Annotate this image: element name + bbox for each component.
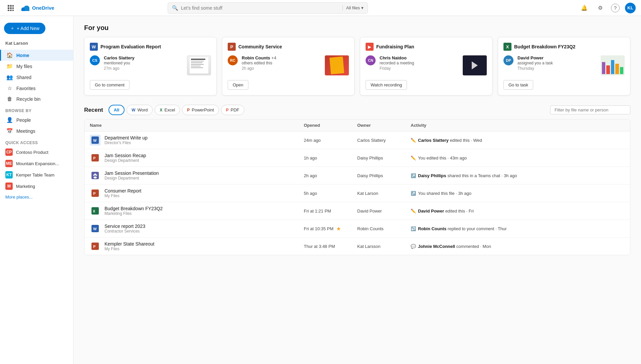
activity-cell: 💬 Johnie McConnell commented · Mon xyxy=(411,244,625,249)
excel-file-icon: X xyxy=(90,206,100,216)
more-places-link[interactable]: More places... xyxy=(0,192,73,202)
card-user: Carlos Slattery xyxy=(104,55,183,60)
word-file-icon: W xyxy=(90,223,100,234)
recent-tabs: All W Word X Excel P PowerPoint P PDF xyxy=(109,105,244,115)
sidebar-qa-mountain[interactable]: ME Mountain Expansion... xyxy=(0,158,73,169)
help-icon[interactable]: ? xyxy=(611,4,620,12)
table-row[interactable]: W Service report 2023 Contractor Service… xyxy=(84,220,630,238)
card-user: Robin Counts +4 xyxy=(242,55,321,60)
apps-launcher-icon[interactable] xyxy=(5,3,16,13)
browse-by-section-label: Browse by xyxy=(0,104,73,114)
card-thumbnail xyxy=(601,55,625,75)
card-budget: X Budget Breakdown FY23Q2 DP David Power… xyxy=(498,37,630,95)
file-name-cell: X Budget Breakdown FY23Q2 Marketing File… xyxy=(90,206,304,216)
ppt-file-icon: P xyxy=(90,188,100,199)
ppt-file-icon: P xyxy=(90,241,100,252)
opened-cell: Fri at 1:21 PM xyxy=(304,209,357,214)
svg-text:X: X xyxy=(93,209,95,213)
settings-icon[interactable]: ⚙ xyxy=(595,3,606,13)
sidebar-qa-contoso[interactable]: CP Contoso Product xyxy=(0,146,73,158)
card-desc: recorded a meeting xyxy=(380,61,459,65)
opened-cell: Thur at 3:48 PM xyxy=(304,244,357,249)
svg-rect-8 xyxy=(12,10,14,11)
svg-rect-1 xyxy=(10,5,12,7)
search-input[interactable] xyxy=(181,5,340,11)
table-row[interactable]: P Kempler State Shareout My Files Thur a… xyxy=(84,238,630,255)
sidebar-item-label: Meetings xyxy=(16,128,35,134)
pdf-tab-icon: P xyxy=(226,108,229,112)
file-info: Kempler State Shareout My Files xyxy=(104,241,154,251)
onedrive-logo: OneDrive xyxy=(20,3,60,13)
sidebar-item-people[interactable]: 👤 People xyxy=(0,114,73,125)
share-icon: ↗️ xyxy=(411,173,416,178)
file-info: Budget Breakdown FY23Q2 Marketing Files xyxy=(104,206,163,216)
recent-title: Recent xyxy=(84,107,103,113)
sidebar-qa-label: Kemper Table Team xyxy=(16,172,54,177)
sidebar-qa-kemper[interactable]: KT Kemper Table Team xyxy=(0,169,73,180)
table-row[interactable]: Jam Session Presentation Design Departme… xyxy=(84,167,630,185)
meetings-icon: 📅 xyxy=(6,128,13,134)
search-scope-selector[interactable]: All files ▾ xyxy=(343,5,364,10)
open-button[interactable]: Open xyxy=(228,80,248,90)
card-avatar: RC xyxy=(228,55,238,65)
word-app-icon: W xyxy=(90,43,98,51)
svg-point-17 xyxy=(93,176,97,178)
tab-pdf-label: PDF xyxy=(231,107,239,112)
file-info: Jam Session Recap Design Department xyxy=(104,153,146,163)
sidebar-qa-marketing[interactable]: M Marketing xyxy=(0,180,73,192)
watch-recording-button[interactable]: Watch recording xyxy=(366,80,407,90)
sidebar-item-home[interactable]: 🏠 Home xyxy=(0,50,73,61)
file-name-cell: Jam Session Presentation Design Departme… xyxy=(90,170,304,181)
tab-excel[interactable]: X Excel xyxy=(155,105,180,115)
sidebar-item-label: Home xyxy=(16,53,29,58)
svg-rect-7 xyxy=(10,10,12,11)
starred-icon: ★ xyxy=(336,226,341,232)
search-bar[interactable]: 🔍 All files ▾ xyxy=(168,2,368,14)
activity-cell: ✏️ David Power edited this · Fri xyxy=(411,209,625,214)
table-row[interactable]: P Consumer Report My Files 5h ago Kat La… xyxy=(84,185,630,202)
sidebar: ＋ + Add New Kat Larson 🏠 Home 📁 My files… xyxy=(0,16,73,364)
col-name: Name xyxy=(90,123,304,128)
tab-word[interactable]: W Word xyxy=(127,105,153,115)
sidebar-item-shared[interactable]: 👥 Shared xyxy=(0,72,73,83)
card-body: DP David Power assigned you a task Thurs… xyxy=(503,55,625,75)
sidebar-item-meetings[interactable]: 📅 Meetings xyxy=(0,125,73,136)
notification-icon[interactable]: 🔔 xyxy=(579,3,590,13)
main-content: For you W Program Evaluation Report CS C… xyxy=(73,16,641,364)
chevron-down-icon: ▾ xyxy=(361,5,364,10)
sidebar-item-label: People xyxy=(16,117,31,123)
table-row[interactable]: P Jam Session Recap Design Department 1h… xyxy=(84,149,630,167)
tab-powerpoint[interactable]: P PowerPoint xyxy=(182,105,219,115)
card-header: X Budget Breakdown FY23Q2 xyxy=(503,43,625,51)
file-name-cell: P Kempler State Shareout My Files xyxy=(90,241,304,252)
sidebar-item-my-files[interactable]: 📁 My files xyxy=(0,61,73,72)
card-title: Budget Breakdown FY23Q2 xyxy=(514,44,576,49)
sidebar-username: Kat Larson xyxy=(0,39,73,50)
card-time: Friday xyxy=(380,66,459,71)
sidebar-item-recycle-bin[interactable]: 🗑 Recycle bin xyxy=(0,94,73,104)
add-new-button[interactable]: ＋ + Add New xyxy=(4,23,45,34)
opened-cell: Fri at 10:35 PM ★ xyxy=(304,226,357,232)
owner-cell: Kat Larson xyxy=(357,191,411,196)
tab-all[interactable]: All xyxy=(109,105,125,115)
table-row[interactable]: W Department Write up Director's Files 2… xyxy=(84,131,630,149)
svg-rect-5 xyxy=(12,7,14,9)
svg-rect-0 xyxy=(8,5,9,7)
filter-input[interactable] xyxy=(550,105,630,114)
avatar[interactable]: KL xyxy=(625,3,636,13)
excel-tab-icon: X xyxy=(160,108,162,112)
tab-pdf[interactable]: P PDF xyxy=(221,105,244,115)
owner-cell: Daisy Phillips xyxy=(357,155,411,160)
sidebar-item-favorites[interactable]: ☆ Favorites xyxy=(0,83,73,94)
table-row[interactable]: X Budget Breakdown FY23Q2 Marketing File… xyxy=(84,202,630,220)
col-owner: Owner xyxy=(357,123,411,128)
card-time: Thursday xyxy=(517,66,597,71)
owner-cell: Robin Counts xyxy=(357,226,411,231)
file-name-cell: P Consumer Report My Files xyxy=(90,188,304,199)
people-icon: 👤 xyxy=(6,117,13,123)
go-to-comment-button[interactable]: Go to comment xyxy=(90,80,130,90)
card-header: P Community Service xyxy=(228,43,349,51)
card-program-eval: W Program Evaluation Report CS Carlos Sl… xyxy=(84,37,217,95)
for-you-title: For you xyxy=(84,24,630,32)
go-to-task-button[interactable]: Go to task xyxy=(503,80,533,90)
